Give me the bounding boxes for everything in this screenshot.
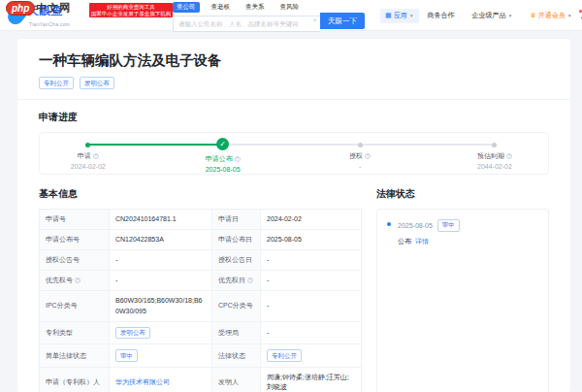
timeline-bullet-icon [387, 222, 391, 226]
status-badge: 专利公开 [267, 349, 302, 362]
search-button[interactable]: 天眼一下 [320, 13, 365, 29]
patent-detail-card: 一种车辆编队方法及电子设备 专利公开 发明公布 申请进度 申请?2024-02-… [17, 39, 570, 392]
content-columns: 基本信息 申请号CN202410164781.1申请日2024-02-02申请公… [39, 187, 549, 392]
nav-cooperation[interactable]: 商务合作 [428, 11, 455, 20]
info-label: 专利类型 [40, 322, 110, 345]
legal-status-date: 2025-08-05 [398, 222, 433, 229]
info-label-text: 简单法律状态 [46, 351, 86, 361]
clear-icon[interactable]: × [312, 16, 317, 25]
info-label: 受理局 [212, 322, 261, 345]
info-value-text: - [267, 301, 269, 310]
info-label: 申请号 [40, 210, 110, 230]
progress-step-text: 申请公布 [206, 154, 233, 164]
progress-node-icon [358, 143, 363, 147]
progress-step-4: 预估到期?2044-02-02 [446, 133, 543, 171]
help-icon[interactable]: ? [365, 153, 371, 159]
info-value: - [110, 271, 212, 291]
logo-area: 天眼查 TianYanCha.com php 中文网 好用的商业查询工具 国家中… [6, 0, 173, 31]
search-tab-risk[interactable]: 查风险 [276, 2, 304, 13]
info-value: - [261, 291, 361, 321]
progress-step-text: 预估到期 [477, 151, 504, 161]
info-label-text: 受理局 [218, 328, 239, 338]
search-input[interactable] [173, 16, 320, 32]
help-icon[interactable]: ? [75, 278, 81, 283]
progress-step-label: 申请公布? [175, 154, 272, 164]
basic-info-column: 基本信息 申请号CN202410164781.1申请日2024-02-02申请公… [39, 187, 362, 392]
php-cn-logo: php 中文网 [6, 1, 71, 16]
info-label: 授权公告号 [40, 250, 110, 271]
info-value: 审中 [110, 344, 212, 368]
status-badge: 发明公布 [115, 327, 150, 340]
progress-step-label: 预估到期? [446, 151, 543, 161]
info-label-text: 申请号 [46, 214, 66, 224]
nav-enterprise[interactable]: 企业级产品 ▼ [472, 11, 513, 20]
nav-member[interactable]: ♛ 开通会员 ▼ [531, 11, 572, 20]
help-icon[interactable]: ? [247, 278, 253, 283]
info-value-text: CN120422853A [115, 235, 164, 245]
search-tabs: 查公司 查老板 查关系 查风险 [173, 2, 371, 12]
tianyancha-domain: TianYanCha.com [29, 21, 70, 27]
chevron-down-icon: ▼ [409, 13, 414, 18]
progress-step-text: 申请 [78, 151, 91, 161]
info-value-text: - [267, 276, 269, 285]
help-icon[interactable]: ? [235, 156, 241, 162]
php-logo-icon: php [6, 1, 35, 16]
status-badge: 审中 [115, 349, 138, 362]
progress-timeline: 申请?2024-02-02✓申请公布?2025-08-05授权?-预估到期?20… [39, 132, 549, 175]
info-label: 申请日 [212, 210, 261, 230]
nav-member-label: 开通会员 [538, 11, 566, 20]
check-circle-icon: ✓ [216, 138, 229, 150]
top-header: 天眼查 TianYanCha.com php 中文网 好用的商业查询工具 国家中… [0, 0, 582, 31]
basic-info-table: 申请号CN202410164781.1申请日2024-02-02申请公布号CN1… [39, 209, 362, 392]
info-label: IPC分类号 [40, 291, 110, 321]
help-icon[interactable]: ? [506, 153, 512, 159]
patent-tag-invention: 发明公布 [80, 77, 114, 89]
progress-section-title: 申请进度 [39, 111, 549, 124]
info-label: 申请（专利权）人 [40, 368, 110, 392]
info-value-text: CN202410164781.1 [115, 214, 177, 224]
crown-icon: ♛ [531, 12, 536, 19]
info-value: - [261, 322, 361, 345]
info-label: 授权公告日 [212, 250, 261, 271]
search-tab-relation[interactable]: 查关系 [242, 2, 269, 13]
info-label-text: 优先权日 [218, 276, 245, 285]
info-value-text: 2024-02-02 [267, 214, 302, 224]
info-label-text: 申请（专利权）人 [46, 377, 100, 387]
info-label-text: 授权公告日 [218, 255, 252, 265]
progress-step-text: 授权 [349, 151, 363, 161]
info-label-text: IPC分类号 [46, 301, 78, 310]
info-value: 2024-02-02 [261, 210, 361, 230]
info-value: 2025-08-05 [261, 230, 361, 250]
search-tab-boss[interactable]: 查老板 [208, 2, 235, 13]
info-label-text: CPC分类号 [218, 301, 253, 310]
search-input-wrap: × [173, 13, 320, 29]
legal-status-column: 法律状态 2025-08-05审中公布详情 [376, 187, 549, 392]
progress-step-label: 授权? [311, 151, 408, 161]
info-value: - [261, 271, 361, 291]
divider [17, 99, 570, 100]
help-icon[interactable]: ? [93, 153, 99, 159]
progress-step-label: 申请? [40, 151, 137, 161]
info-value-text: 周谦;钟诗柔;张培静;汪芳山;刘晓波 [267, 373, 355, 392]
detail-link[interactable]: 详情 [415, 237, 429, 246]
info-label-text: 优先权号 [46, 276, 73, 285]
entity-link[interactable]: 华为技术有限公司 [115, 377, 170, 387]
info-label: 申请公布号 [40, 230, 110, 250]
info-label: 简单法律状态 [40, 344, 110, 368]
php-logo-suffix: 中文网 [36, 1, 71, 16]
progress-node-icon [492, 143, 497, 147]
info-value-text: - [267, 255, 269, 265]
info-value: 专利公开 [261, 344, 361, 368]
chevron-down-icon: ▼ [567, 13, 572, 18]
info-label-text: 法律状态 [218, 351, 245, 361]
info-value-text: - [115, 276, 117, 285]
promo-banner: 好用的商业查询工具 国家中小企业发展子基金旗下机构 [89, 3, 173, 17]
nav-apps[interactable]: ▦ 应用 ▼ [380, 9, 419, 23]
search-tab-company[interactable]: 查公司 [173, 2, 200, 13]
info-label-text: 申请日 [218, 214, 239, 224]
info-value: - [261, 250, 361, 271]
page-title: 一种车辆编队方法及电子设备 [39, 51, 549, 70]
info-label: 发明人 [212, 368, 261, 392]
progress-step-date: 2044-02-02 [446, 163, 543, 170]
info-value: 华为技术有限公司 [110, 368, 212, 392]
